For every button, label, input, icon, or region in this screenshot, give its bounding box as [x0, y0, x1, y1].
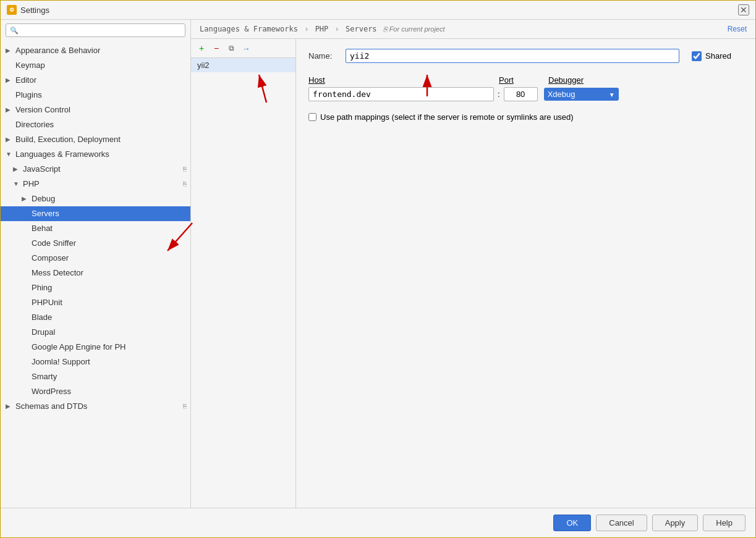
expand-icon: ▶: [6, 400, 13, 413]
sidebar-item-javascript[interactable]: ▶ JavaScript ⎘: [1, 162, 190, 177]
dialog-title: Settings: [20, 6, 49, 15]
expand-icon: ▶: [22, 193, 29, 205]
sidebar-item-build[interactable]: ▶ Build, Execution, Deployment: [1, 132, 190, 147]
name-label: Name:: [308, 51, 339, 61]
path-mapping-row: Use path mappings (select if the server …: [308, 112, 743, 122]
sidebar-item-editor[interactable]: ▶ Editor: [1, 73, 190, 88]
expand-icon: ▶: [6, 133, 13, 146]
path-mapping-checkbox[interactable]: [308, 113, 316, 121]
debugger-label: Debugger: [548, 75, 584, 85]
port-label: Port: [499, 75, 548, 85]
host-label: Host: [308, 75, 499, 85]
add-server-button[interactable]: +: [195, 41, 208, 55]
main-content: 🔍 ▶ Appearance & Behavior Keymap ▶ Edito…: [1, 20, 755, 508]
settings-dialog: ⚙ Settings ✕ 🔍 ▶ Appearance & Behavior K…: [0, 0, 756, 538]
sidebar-item-behat[interactable]: Behat: [1, 221, 190, 236]
remove-server-button[interactable]: −: [210, 41, 223, 55]
breadcrumb: Languages & Frameworks › PHP › Servers: [200, 25, 377, 33]
bottom-bar: OK Cancel Apply Help: [1, 508, 755, 537]
sidebar-item-directories[interactable]: Directories: [1, 117, 190, 132]
search-box: 🔍: [6, 23, 185, 37]
sidebar-item-drupal[interactable]: Drupal: [1, 325, 190, 340]
path-mapping-label: Use path mappings (select if the server …: [320, 112, 574, 122]
sidebar-item-plugins[interactable]: Plugins: [1, 88, 190, 103]
server-list-item[interactable]: yii2: [191, 58, 295, 72]
sidebar-item-joomla[interactable]: Joomla! Support: [1, 355, 190, 369]
server-list: yii2: [191, 58, 295, 508]
sidebar-item-servers[interactable]: Servers: [1, 206, 190, 221]
panel-header: Languages & Frameworks › PHP › Servers ⎘…: [191, 20, 755, 39]
ok-button[interactable]: OK: [553, 515, 591, 531]
shared-checkbox[interactable]: [692, 51, 702, 61]
expand-icon: ▶: [6, 104, 13, 116]
sidebar-item-code-sniffer[interactable]: Code Sniffer: [1, 236, 190, 251]
breadcrumb-part-3: Servers: [346, 25, 377, 33]
name-row: Name: Shared: [308, 49, 743, 63]
move-server-button[interactable]: →: [239, 41, 253, 55]
breadcrumb-part-2: PHP: [315, 25, 329, 33]
sidebar-item-phpunit[interactable]: PHPUnit: [1, 295, 190, 310]
expand-icon: ▶: [13, 163, 20, 175]
server-config: Name: Shared Host Port Debugger: [296, 39, 755, 508]
sidebar-item-languages[interactable]: ▼ Languages & Frameworks: [1, 147, 190, 162]
help-button[interactable]: Help: [703, 515, 745, 531]
search-input[interactable]: [21, 26, 181, 35]
port-input[interactable]: [504, 87, 538, 101]
server-list-panel: + − ⧉ → yii2: [191, 39, 296, 508]
close-button[interactable]: ✕: [738, 4, 749, 15]
sidebar-item-wordpress[interactable]: WordPress: [1, 384, 190, 399]
collapse-icon: ▼: [13, 178, 20, 190]
sidebar-item-version-control[interactable]: ▶ Version Control: [1, 103, 190, 117]
title-bar: ⚙ Settings ✕: [1, 1, 755, 20]
sidebar-item-phing[interactable]: Phing: [1, 280, 190, 295]
sidebar-item-composer[interactable]: Composer: [1, 251, 190, 266]
breadcrumb-sep-2: ›: [335, 25, 344, 33]
breadcrumb-part-1: Languages & Frameworks: [200, 25, 298, 33]
right-panel: Languages & Frameworks › PHP › Servers ⎘…: [191, 20, 755, 508]
app-icon: ⚙: [7, 5, 17, 15]
collapse-icon: ▼: [6, 148, 13, 161]
sidebar-item-blade[interactable]: Blade: [1, 310, 190, 325]
current-project-note: ⎘ For current project: [383, 25, 445, 33]
name-input[interactable]: [346, 49, 679, 63]
debugger-select[interactable]: Xdebug Zend Debugger: [544, 88, 619, 101]
expand-icon: ▶: [6, 44, 13, 57]
host-port-labels-row: Host Port Debugger: [308, 75, 743, 85]
sidebar-item-php[interactable]: ▼ PHP ⎘: [1, 177, 190, 191]
expand-icon: ▶: [6, 74, 13, 86]
sidebar-item-mess-detector[interactable]: Mess Detector: [1, 266, 190, 280]
sidebar-item-schemas[interactable]: ▶ Schemas and DTDs ⎘: [1, 399, 190, 414]
cancel-button[interactable]: Cancel: [596, 515, 647, 531]
sidebar-item-keymap[interactable]: Keymap: [1, 58, 190, 73]
copy-server-button[interactable]: ⧉: [224, 41, 238, 55]
server-toolbar: + − ⧉ →: [191, 39, 295, 58]
sidebar-item-google-app-engine[interactable]: Google App Engine for PH: [1, 340, 190, 355]
sidebar: 🔍 ▶ Appearance & Behavior Keymap ▶ Edito…: [1, 20, 191, 508]
breadcrumb-sep-1: ›: [304, 25, 313, 33]
shared-row: Shared: [692, 51, 731, 61]
sidebar-item-appearance[interactable]: ▶ Appearance & Behavior: [1, 43, 190, 58]
host-port-inputs-row: : Xdebug Zend Debugger ▼: [308, 87, 743, 101]
server-area: + − ⧉ → yii2 Name:: [191, 39, 755, 508]
host-input[interactable]: [308, 87, 494, 101]
apply-button[interactable]: Apply: [652, 515, 699, 531]
search-icon: 🔍: [10, 27, 19, 35]
debugger-select-wrap: Xdebug Zend Debugger ▼: [544, 88, 619, 101]
colon-separator: :: [498, 90, 500, 99]
sidebar-item-debug[interactable]: ▶ Debug: [1, 191, 190, 206]
sidebar-item-smarty[interactable]: Smarty: [1, 369, 190, 384]
reset-button[interactable]: Reset: [728, 25, 747, 33]
sidebar-tree: ▶ Appearance & Behavior Keymap ▶ Editor …: [1, 41, 190, 508]
shared-label: Shared: [705, 51, 731, 61]
